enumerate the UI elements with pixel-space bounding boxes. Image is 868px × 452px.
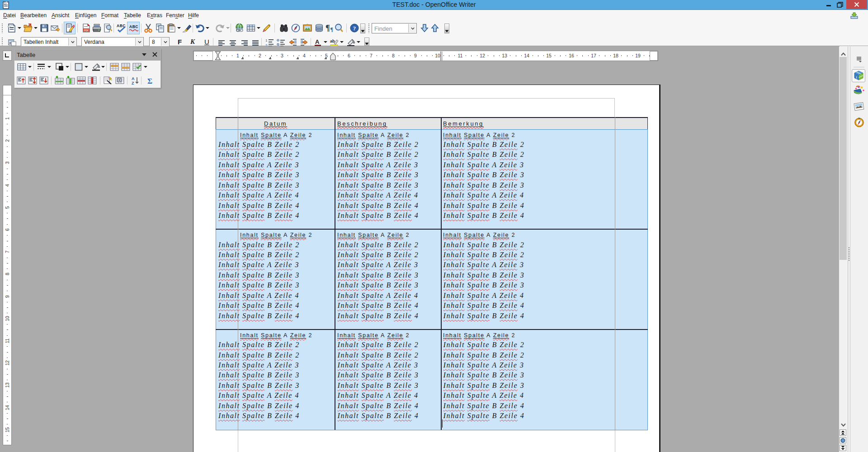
svg-text:ab: ab xyxy=(330,39,335,43)
svg-text:A: A xyxy=(132,76,135,81)
svg-text:¶: ¶ xyxy=(330,26,333,33)
svg-text:1: 1 xyxy=(265,38,268,42)
svg-text:A: A xyxy=(315,38,320,45)
svg-text:Σ: Σ xyxy=(147,77,152,85)
svg-text:N: N xyxy=(859,117,860,120)
svg-text:Z: Z xyxy=(132,81,134,85)
svg-text:PDF: PDF xyxy=(84,29,90,32)
svg-text:¶: ¶ xyxy=(326,24,330,33)
svg-text:?: ? xyxy=(353,25,356,32)
svg-text:ABC: ABC xyxy=(129,24,138,29)
